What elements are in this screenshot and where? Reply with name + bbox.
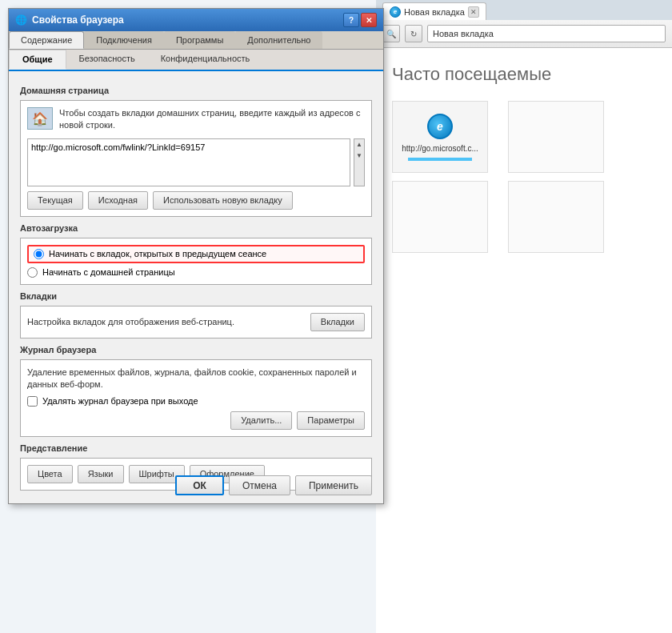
- url-scrollbar[interactable]: ▲ ▼: [354, 138, 365, 186]
- browser-properties-dialog: 🌐 Свойства браузера ? ✕ Содержание Подкл…: [8, 8, 384, 504]
- autostart-section-title: Автозагрузка: [20, 223, 372, 233]
- dialog-title-text: Свойства браузера: [32, 14, 124, 26]
- tab-general[interactable]: Общие: [9, 50, 66, 70]
- radio-previous-session-input[interactable]: [34, 249, 44, 259]
- tiles-grid: e http://go.microsoft.c...: [392, 101, 616, 253]
- close-button[interactable]: ✕: [361, 13, 377, 27]
- frequently-visited-title: Часто посещаемые: [392, 64, 656, 85]
- browser-tab[interactable]: e Новая вкладка ✕: [382, 2, 486, 20]
- params-button[interactable]: Параметры: [297, 411, 365, 430]
- tab-security[interactable]: Безопасность: [66, 50, 148, 70]
- tab-connections[interactable]: Подключения: [84, 31, 164, 49]
- address-bar-text: Новая вкладка: [433, 29, 494, 38]
- radio-previous-session-label: Начинать с вкладок, открытых в предыдуще…: [49, 249, 266, 258]
- journal-buttons: Удалить... Параметры: [27, 411, 365, 430]
- delete-button[interactable]: Удалить...: [230, 411, 292, 430]
- tile-1[interactable]: e http://go.microsoft.c...: [392, 101, 488, 173]
- delete-on-exit-row: Удалять журнал браузера при выходе: [27, 396, 365, 407]
- browser-page-content: Часто посещаемые e http://go.microsoft.c…: [376, 48, 672, 633]
- journal-section: Удаление временных файлов, журнала, файл…: [20, 359, 372, 437]
- radio-group: Начинать с вкладок, открытых в предыдуще…: [27, 245, 365, 278]
- apply-button[interactable]: Применить: [295, 475, 372, 495]
- tabs-row: Настройка вкладок для отображения веб-ст…: [27, 313, 365, 331]
- title-buttons: ? ✕: [343, 13, 377, 27]
- home-buttons: Текущая Исходная Использовать новую вкла…: [27, 191, 365, 210]
- journal-section-title: Журнал браузера: [20, 345, 372, 355]
- search-button[interactable]: 🔍: [382, 25, 400, 42]
- tile-1-bar: [408, 158, 472, 161]
- dialog-tabbar-row2: Общие Безопасность Конфиденциальность: [9, 50, 383, 71]
- new-tab-button[interactable]: Использовать новую вкладку: [153, 191, 293, 210]
- original-button[interactable]: Исходная: [88, 191, 148, 210]
- scroll-up[interactable]: ▲: [356, 139, 362, 150]
- tabs-section: Настройка вкладок для отображения веб-ст…: [20, 306, 372, 339]
- refresh-button[interactable]: ↻: [405, 25, 422, 42]
- tab-close-button[interactable]: ✕: [468, 6, 479, 18]
- current-button[interactable]: Текущая: [27, 191, 83, 210]
- tabs-settings-button[interactable]: Вкладки: [310, 313, 365, 331]
- dialog-title-icon: 🌐: [15, 14, 27, 26]
- tile-3[interactable]: [392, 181, 488, 253]
- tab-programs[interactable]: Программы: [164, 31, 235, 49]
- ok-button[interactable]: ОК: [175, 475, 224, 495]
- dialog-titlebar: 🌐 Свойства браузера ? ✕: [9, 9, 383, 31]
- address-bar[interactable]: Новая вкладка: [427, 25, 666, 42]
- delete-on-exit-checkbox[interactable]: [27, 396, 38, 407]
- home-icon-row: 🏠 Чтобы создать вкладки домашних страниц…: [27, 107, 365, 132]
- radio-home-page: Начинать с домашней страницы: [27, 267, 365, 278]
- journal-description: Удаление временных файлов, журнала, файл…: [27, 367, 365, 391]
- tabs-section-title: Вкладки: [20, 291, 372, 301]
- tab-title: Новая вкладка: [404, 7, 465, 17]
- delete-on-exit-label: Удалять журнал браузера при выходе: [42, 396, 198, 406]
- browser-tab-bar: e Новая вкладка ✕: [376, 0, 672, 20]
- tabs-description: Настройка вкладок для отображения веб-ст…: [27, 316, 234, 328]
- tab-content[interactable]: Содержание: [9, 31, 84, 49]
- radio-home-page-input[interactable]: [27, 267, 38, 278]
- dialog-content: Домашняя страница 🏠 Чтобы создать вкладк…: [9, 71, 383, 505]
- help-button[interactable]: ?: [343, 13, 359, 27]
- url-textarea[interactable]: http://go.microsoft.com/fwlink/?LinkId=6…: [27, 138, 350, 186]
- browser-chrome: e Новая вкладка ✕ 🔍 ↻ Новая вкладка Част…: [376, 0, 672, 633]
- autostart-section: Начинать с вкладок, открытых в предыдуще…: [20, 238, 372, 285]
- scroll-down[interactable]: ▼: [356, 150, 362, 162]
- dialog-bottom-buttons: ОК Отмена Применить: [9, 475, 383, 495]
- radio-previous-session: Начинать с вкладок, открытых в предыдуще…: [27, 245, 365, 263]
- tab-privacy[interactable]: Конфиденциальность: [148, 50, 263, 70]
- cancel-button[interactable]: Отмена: [229, 475, 290, 495]
- tile-1-url: http://go.microsoft.c...: [402, 144, 478, 153]
- url-input-row: http://go.microsoft.com/fwlink/?LinkId=6…: [27, 138, 365, 186]
- tab-advanced[interactable]: Дополнительно: [235, 31, 322, 49]
- browser-toolbar: 🔍 ↻ Новая вкладка: [376, 20, 672, 48]
- home-page-section-title: Домашняя страница: [20, 86, 372, 95]
- home-icon: 🏠: [27, 107, 53, 130]
- tile-2[interactable]: [508, 101, 604, 173]
- ie-icon: e: [390, 6, 401, 18]
- tile-ie-icon: e: [427, 114, 453, 139]
- dialog-tabbar-row1: Содержание Подключения Программы Дополни…: [9, 31, 383, 50]
- presentation-section-title: Представление: [20, 443, 372, 453]
- home-description: Чтобы создать вкладки домашних страниц, …: [59, 107, 365, 132]
- tile-4[interactable]: [508, 181, 604, 253]
- radio-home-page-label: Начинать с домашней страницы: [42, 267, 175, 277]
- home-page-section: 🏠 Чтобы создать вкладки домашних страниц…: [20, 100, 372, 217]
